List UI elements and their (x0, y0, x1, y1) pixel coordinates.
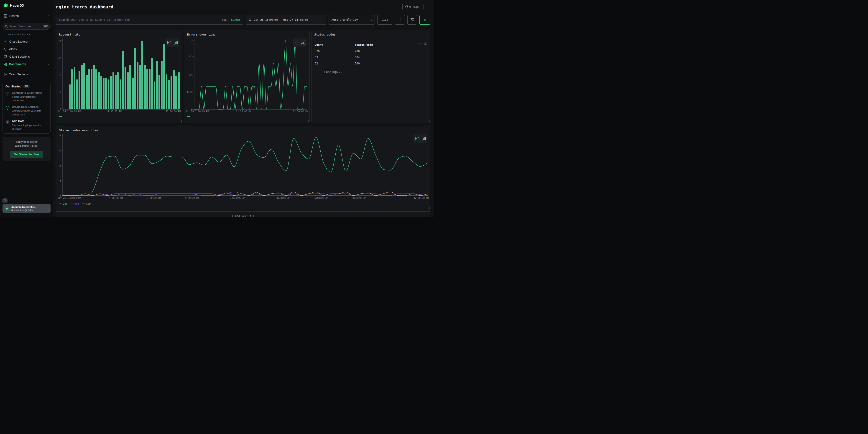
status-codes-over-time-chart[interactable]: 08162432Oct 26 1:00:00 PM4:30:00 PM7:00:… (56, 126, 430, 210)
chart-explorer-icon (4, 40, 7, 43)
add-new-tile-button[interactable]: + Add New Tile (56, 212, 430, 217)
column-resize-handle[interactable]: ⋮ (351, 43, 354, 46)
svg-text:8: 8 (60, 179, 61, 182)
chevron-up-icon[interactable]: ⌃ (46, 85, 48, 88)
svg-text:27: 27 (58, 57, 61, 59)
svg-text:0.75: 0.75 (187, 91, 193, 93)
legend-dash-icon (59, 116, 62, 117)
legend-dash-icon (70, 204, 73, 204)
line-chart-icon[interactable] (294, 40, 299, 44)
svg-text:Oct 26 1:00:00 PM: Oct 26 1:00:00 PM (58, 110, 81, 113)
legend-item[interactable]: 500 (82, 203, 91, 205)
tag-icon (405, 5, 408, 8)
chart-legend: 200404500 (59, 203, 91, 205)
legend-dash-icon (187, 116, 190, 117)
event-search-input[interactable]: Search your events w/ Lucene ex. column:… (56, 15, 243, 25)
sidebar-divider (0, 20, 53, 20)
tile-resize-handle[interactable] (180, 120, 182, 122)
user-menu[interactable]: D dominic.tran@clic... dominic.tran@clic… (2, 204, 51, 213)
tile-resize-handle[interactable] (428, 207, 429, 209)
sidebar-collapse-icon[interactable] (46, 4, 50, 7)
tile-resize-handle[interactable] (428, 120, 429, 122)
get-started-progress-badge: 2/3 (23, 85, 30, 88)
hyperdx-logo-icon (4, 3, 8, 7)
laptop-icon (4, 55, 7, 58)
svg-text:12:30:00 PM: 12:30:00 PM (414, 197, 429, 199)
svg-text:18: 18 (58, 74, 61, 76)
svg-text:24: 24 (58, 149, 61, 152)
tile-errors-over-time: Errors over time 00.751.52.33Oct 26 1:00… (184, 30, 310, 123)
run-query-button[interactable] (420, 15, 430, 25)
refresh-button[interactable] (395, 15, 405, 25)
sidebar-item-client-sessions[interactable]: Client Sessions (0, 53, 53, 60)
legend-label: 200 (63, 203, 67, 205)
chart-legend (59, 116, 62, 117)
table-cell-status-code: 500 (355, 62, 360, 65)
saved-searches-input[interactable]: Saved Searches ⌘K (2, 23, 51, 30)
live-button[interactable]: Live (377, 15, 392, 25)
app-root: HyperDX Search ⌃ Saved Searches ⌘K No (0, 0, 434, 217)
lucene-mode-toggle[interactable]: Lucene (231, 19, 240, 22)
table-cell-count: 33 (315, 56, 318, 59)
granularity-value: Auto Granularity (332, 18, 358, 22)
date-range-input[interactable]: Oct 26 13:00:00 - Oct 27 13:00:00 (246, 15, 326, 25)
get-started-step-add-data[interactable]: 3 Add Data Start sending logs, metrics, … (5, 119, 48, 131)
mode-divider: | (228, 19, 230, 22)
deploy-text-line1: Ready to deploy on (5, 140, 48, 144)
legend-item[interactable]: 200 (59, 203, 67, 205)
chart-type-toggle (413, 134, 427, 143)
legend-item[interactable] (59, 116, 62, 117)
bar-chart-icon[interactable] (174, 40, 178, 44)
loading-text: Loading... (324, 70, 342, 73)
help-button[interactable]: ? (2, 198, 8, 203)
svg-text:2.3: 2.3 (189, 55, 193, 58)
errors-over-time-chart[interactable]: 00.751.52.33Oct 26 1:00:00 PM11:30:00 PM… (184, 30, 309, 123)
line-chart-icon[interactable] (415, 136, 420, 141)
legend-dash-icon (59, 204, 62, 204)
gear-icon (4, 73, 7, 76)
legend-item[interactable]: 404 (70, 203, 79, 205)
chart-legend (187, 116, 190, 117)
step-desc: Set up your database connection (12, 95, 48, 102)
chevron-up-icon: ⌃ (48, 14, 50, 17)
svg-text:0: 0 (60, 194, 61, 197)
svg-text:36: 36 (58, 39, 61, 42)
user-name: dominic.tran@clic... (11, 206, 36, 209)
tile-resize-handle[interactable] (307, 120, 309, 122)
dashboard-menu-button[interactable]: ⋮ (424, 4, 430, 10)
sidebar-item-team-settings[interactable]: Team Settings (0, 70, 53, 78)
chevron-down-icon: ⌄ (370, 19, 372, 22)
sidebar-item-chart-explorer[interactable]: Chart Explorer (0, 38, 53, 45)
get-started-step-datasources[interactable]: Create Data Sources Configure where your… (5, 105, 48, 116)
tags-button[interactable]: 0 Tags (402, 4, 421, 10)
column-header-count[interactable]: Count (315, 43, 323, 46)
tile-title: Status codes over time (59, 129, 98, 132)
user-email: dominic.tran@clickho... (11, 209, 36, 212)
bar-chart-icon[interactable] (422, 136, 426, 141)
get-started-free-button[interactable]: Get Started for Free (10, 151, 43, 158)
sidebar-item-label: Dashboards (9, 62, 46, 66)
step-desc: Configure where your data comes from (12, 109, 48, 116)
download-icon[interactable] (424, 41, 427, 44)
svg-text:12:30:00 PM: 12:30:00 PM (293, 110, 308, 113)
svg-text:12:30:00 AM: 12:30:00 AM (230, 197, 245, 199)
get-started-step-connect[interactable]: Connect to ClickHouse Set up your databa… (5, 91, 48, 102)
svg-text:7:00:00 PM: 7:00:00 PM (147, 197, 161, 199)
sidebar-item-alerts[interactable]: Alerts (0, 45, 53, 53)
sidebar-item-dashboards[interactable]: Dashboards ⌄ (0, 60, 53, 68)
legend-item[interactable] (187, 116, 190, 117)
sql-mode-toggle[interactable]: SQL (222, 19, 226, 22)
wrap-text-icon[interactable] (418, 41, 422, 44)
sidebar-item-search[interactable]: Search ⌃ (0, 12, 53, 20)
play-icon (424, 19, 427, 22)
calendar-icon (249, 19, 252, 22)
add-new-tile-label: + Add New Tile (231, 215, 255, 217)
granularity-select[interactable]: Auto Granularity ⌄ (329, 15, 375, 25)
filter-button[interactable] (407, 15, 417, 25)
bar-chart-icon[interactable] (301, 40, 305, 44)
column-header-status-code[interactable]: Status code (355, 43, 373, 46)
saved-searches-placeholder: Saved Searches (9, 25, 42, 28)
request-rate-chart[interactable]: 09182736Oct 26 1:00:00 PM11:30:00 PM12:3… (56, 30, 182, 123)
chart-type-toggle (165, 38, 179, 47)
line-chart-icon[interactable] (167, 40, 172, 44)
